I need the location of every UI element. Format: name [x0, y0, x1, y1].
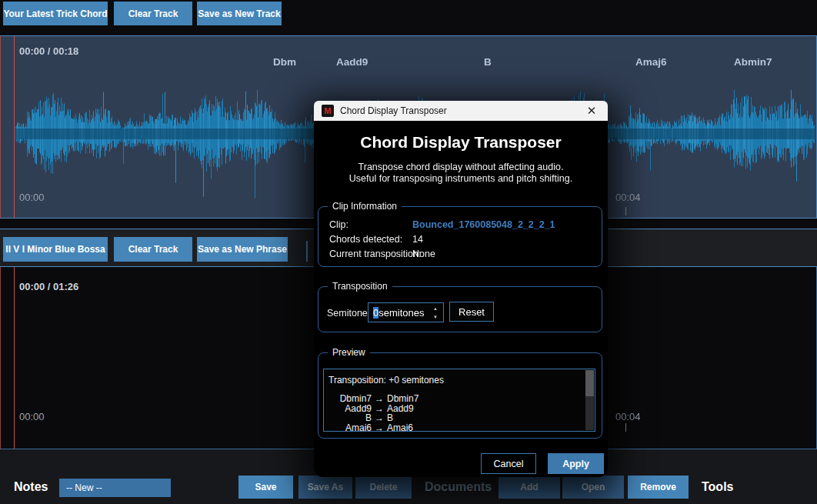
- partial-button-edge: [306, 241, 308, 262]
- chord-mapping-row: B → B: [328, 413, 579, 423]
- chord-display-transposer-dialog: M Chord Display Transposer ✕ Chord Displ…: [314, 101, 608, 477]
- preview-scrollbar[interactable]: [585, 370, 594, 430]
- spinbox-unit-text: semitones: [378, 307, 424, 319]
- mapping-arrow: →: [372, 394, 387, 404]
- notes-section-label: Notes: [14, 480, 48, 494]
- clip-name-value: Bounced_1760085048_2_2_2_1: [412, 219, 555, 230]
- spin-down-icon[interactable]: ▼: [433, 315, 438, 319]
- mapping-to: B: [387, 413, 393, 423]
- dialog-title: Chord Display Transposer: [340, 105, 583, 116]
- track2-start-time: 00:00: [19, 411, 45, 422]
- transposition-group: Transposition Semitones: 0 semitones ▲ ▼…: [318, 286, 602, 332]
- latest-trick-chord-button[interactable]: Your Latest Trick Chord: [3, 2, 108, 25]
- chord-mapping-row: Dbmin7 → Dbmin7: [328, 394, 579, 404]
- documents-section-label: Documents: [425, 480, 492, 494]
- reset-button[interactable]: Reset: [449, 302, 494, 322]
- dialog-titlebar: M Chord Display Transposer ✕: [314, 101, 608, 121]
- track2-tick-mark: [625, 423, 626, 432]
- semitones-spinbox[interactable]: 0 semitones ▲ ▼: [368, 302, 444, 322]
- chords-detected-label: Chords detected:: [329, 234, 402, 245]
- phrase-name-button[interactable]: II V I Minor Blue Bossa: [3, 237, 108, 262]
- preview-header-line: Transposition: +0 semitones: [328, 375, 579, 386]
- spin-up-icon[interactable]: ▲: [433, 306, 438, 311]
- chord-label: Amaj6: [635, 56, 667, 68]
- preview-group: Preview Transposition: +0 semitones Dbmi…: [318, 352, 602, 439]
- track1-time-marker: 00:04: [615, 192, 641, 203]
- documents-open-button[interactable]: Open: [562, 476, 624, 499]
- track1-playhead: [14, 36, 15, 218]
- track2-time-marker: 00:04: [615, 411, 641, 422]
- mapping-from: Dbmin7: [328, 394, 372, 404]
- save-as-new-phrase-button[interactable]: Save as New Phrase: [197, 237, 288, 262]
- documents-add-button[interactable]: Add: [499, 476, 560, 499]
- chord-label: Abmin7: [734, 56, 772, 68]
- close-icon[interactable]: ✕: [583, 104, 600, 118]
- notes-delete-button[interactable]: Delete: [355, 476, 412, 499]
- notes-dropdown[interactable]: -- New --: [59, 479, 171, 497]
- save-as-new-track-button[interactable]: Save as New Track: [197, 2, 282, 25]
- notes-save-button[interactable]: Save: [238, 476, 293, 499]
- preview-scrollbar-thumb[interactable]: [585, 370, 594, 396]
- chords-detected-value: 14: [412, 234, 423, 245]
- track1-time-display: 00:00 / 00:18: [19, 45, 78, 57]
- clip-label: Clip:: [329, 219, 348, 230]
- dialog-description: Transpose chord display without affectin…: [314, 162, 608, 185]
- cancel-button[interactable]: Cancel: [481, 453, 536, 474]
- mapping-arrow: →: [372, 423, 387, 432]
- mapping-from: Amaj6: [328, 423, 372, 432]
- chord-label: Dbm: [273, 56, 296, 68]
- apply-button[interactable]: Apply: [548, 453, 604, 474]
- preview-textarea[interactable]: Transposition: +0 semitones Dbmin7 → Dbm…: [323, 369, 595, 432]
- chord-mapping-row: Amaj6 → Amaj6: [328, 423, 579, 432]
- spinbox-selected-text: 0: [373, 307, 378, 319]
- documents-remove-button[interactable]: Remove: [628, 476, 689, 499]
- track1-start-time: 00:00: [19, 192, 45, 203]
- description-line: Useful for transposing instruments and p…: [314, 173, 608, 185]
- mapping-to: Dbmin7: [387, 394, 419, 404]
- clear-phrase-track-button[interactable]: Clear Track: [114, 237, 192, 262]
- transposition-legend: Transposition: [328, 281, 392, 292]
- chord-label: B: [484, 56, 492, 68]
- clear-track-button[interactable]: Clear Track: [114, 2, 192, 25]
- app-logo-icon: M: [322, 105, 334, 117]
- chord-label: Aadd9: [336, 56, 368, 68]
- mapping-to: Amaj6: [387, 423, 413, 432]
- spinbox-arrows: ▲ ▼: [430, 304, 441, 321]
- current-transposition-label: Current transposition:: [329, 249, 422, 259]
- clip-information-group: Clip Information Clip: Bounced_176008504…: [318, 206, 602, 267]
- preview-legend: Preview: [328, 347, 370, 358]
- track1-tick-mark: [625, 207, 626, 215]
- description-line: Transpose chord display without affectin…: [314, 162, 608, 173]
- app-window: Your Latest Trick Chord Clear Track Save…: [0, 0, 817, 504]
- dialog-heading: Chord Display Transposer: [314, 133, 608, 152]
- mapping-arrow: →: [372, 413, 387, 423]
- track2-time-display: 00:00 / 01:26: [19, 281, 78, 292]
- notes-save-as-button[interactable]: Save As: [298, 476, 352, 499]
- current-transposition-value: None: [412, 249, 435, 259]
- mapping-from: B: [328, 413, 372, 423]
- preview-text: Transposition: +0 semitones Dbmin7 → Dbm…: [328, 375, 579, 432]
- track2-playhead: [14, 267, 15, 449]
- clip-information-legend: Clip Information: [328, 201, 402, 212]
- tools-section-label: Tools: [702, 480, 733, 494]
